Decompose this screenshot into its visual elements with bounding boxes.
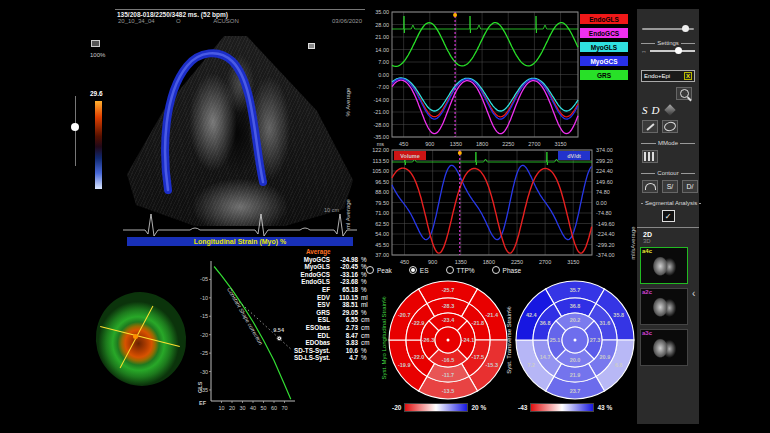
ultrasound-panel: 135/208-018/2250/3482 ms. (52 bpm) 20_10… [115,9,365,249]
diamond-icon[interactable] [665,104,676,115]
top-slider-thumb[interactable] [682,25,689,32]
segment-value: 7.2 [527,362,535,368]
svg-text:60: 60 [271,405,277,411]
radio-ttp[interactable]: TTP% [446,266,475,274]
depth-label: 10 cm [324,207,339,213]
pencil-icon [646,123,654,130]
marker-value-label: 9.54 [273,327,285,333]
bullseye-center-dot [447,339,450,342]
settings-slider[interactable]: ↔ [641,48,695,54]
ecg-trace [123,214,357,236]
svg-text:62.50: 62.50 [375,221,389,227]
systole-button[interactable]: S [642,104,648,116]
top-slider[interactable] [642,25,694,33]
metric-unit: % [358,263,370,271]
legend-chip-EndoGCS[interactable]: EndoGCS [580,28,628,38]
svg-text:-35.00: -35.00 [373,134,389,140]
metric-value: 4.7 [330,354,358,362]
longitudinal-bullseye-label: Syst. Myo Longitudinal Strain% [381,296,387,379]
strain-legend: EndoGLSEndoGCSMyoGLSMyoGCSGRS [580,14,628,80]
settings-slider-track[interactable] [650,50,695,52]
svg-text:224.40: 224.40 [596,168,613,174]
mmode-section-header: MMode [639,140,697,146]
segment-value: -22.0 [412,354,425,360]
radio-es[interactable]: ES [409,266,429,274]
svg-text:79.50: 79.50 [375,200,389,206]
metric-value: 65.18 [330,286,358,294]
metric-value: 3.83 [330,339,358,347]
mode-3d-label[interactable]: 3D [643,238,699,244]
segment-value: 35.7 [570,287,581,293]
legend-chip-EndoGLS[interactable]: EndoGLS [580,14,628,24]
thumbnail-label: a4c [642,248,652,254]
metric-value: 38.51 [330,301,358,309]
legend-chip-MyoGLS[interactable]: MyoGLS [580,42,628,52]
metric-unit: cm [358,316,370,324]
radio-dot[interactable] [446,266,454,274]
metric-unit: cm [358,339,370,347]
mmode-label: MMode [658,140,678,146]
segment-value: -28.3 [442,303,455,309]
magnifier-button[interactable] [676,87,692,100]
endo-epi-label: Endo+Epi [644,73,670,79]
svg-text:45.50: 45.50 [375,242,389,248]
segment-value: -16.5 [442,357,455,363]
svg-text:-21.00: -21.00 [373,109,389,115]
radio-dot[interactable] [409,266,417,274]
radio-label: Peak [377,267,392,274]
contour-arch-button[interactable] [642,180,658,193]
segment-value: -21.4 [485,312,498,318]
legend-chip-GRS[interactable]: GRS [580,70,628,80]
draw-contour-button[interactable] [642,120,658,133]
series-volume [392,168,592,253]
segment-value: 6.8 [615,362,623,368]
segment-value: 25.1 [550,337,561,343]
contour-diastole-button[interactable]: D/ [682,180,698,193]
svg-text:-74.80: -74.80 [596,210,612,216]
segmental-checkbox[interactable]: ✓ [662,210,675,222]
ellipse-tool-button[interactable] [662,120,678,133]
segment-value: -25.7 [442,287,455,293]
metric-value: -20.45 [330,263,358,271]
average-table-title: Average [306,248,370,256]
gain-slider-thumb[interactable] [71,123,79,131]
endo-epi-checkbox[interactable]: X [684,72,692,80]
svg-text:2700: 2700 [539,259,551,264]
view-thumbnail-a4c[interactable]: a4c [640,247,688,284]
contour-systole-button[interactable]: S/ [662,180,678,193]
collapse-arrow[interactable]: ‹ [692,288,695,299]
svg-text:-05: -05 [200,276,208,282]
view-thumbnail-a3c[interactable]: a3c [640,329,688,366]
mmode-icon [644,152,656,161]
svg-text:-20: -20 [200,332,208,338]
gain-slider-track[interactable] [75,96,76,166]
longitudinal-strain-bullseye[interactable]: -25.7-21.4-15.3-13.5-19.9-20.7-28.3-21.8… [388,280,508,400]
svg-text:28.00: 28.00 [375,22,389,28]
arrows-icon: ↔ [641,48,647,54]
contour-label: Contour [657,170,678,176]
metric-value: 110.15 [330,294,358,302]
svg-text:54.00: 54.00 [375,231,389,237]
mode-2d-label[interactable]: 2D [643,231,699,238]
segment-value: -20.7 [398,312,411,318]
radio-phase[interactable]: Phase [492,266,521,274]
strain-colormap-bar [95,101,102,189]
transverse-strain-bullseye[interactable]: 35.735.86.823.77.242.436.831.620.921.914… [515,280,635,400]
svg-text:-224.40: -224.40 [596,231,615,237]
svg-text:50: 50 [260,405,266,411]
radio-dot[interactable] [492,266,500,274]
mmode-button[interactable] [642,150,658,163]
legend-chip-MyoGCS[interactable]: MyoGCS [580,56,628,66]
view-thumbnail-a2c[interactable]: a2c [640,288,688,325]
strain-y-axis-label: % Average [345,88,351,117]
svg-text:Volume: Volume [400,153,419,159]
settings-slider-thumb[interactable] [675,47,682,54]
transverse-bullseye-label: Syst. Transverse Strain% [506,306,512,373]
svg-text:-15: -15 [200,313,208,319]
segmental-section-header: Segmental Analysis [639,200,697,206]
strain-surface-3d[interactable] [86,283,196,396]
radio-label: TTP% [457,267,475,274]
myocardium-contour[interactable] [165,53,263,190]
diastole-button[interactable]: D [652,104,660,116]
endo-epi-toggle[interactable]: Endo+Epi X [641,70,695,82]
